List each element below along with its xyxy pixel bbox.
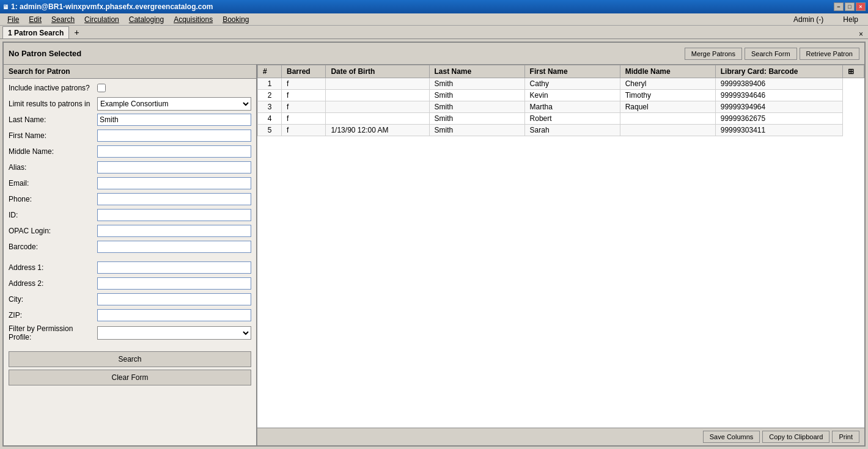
form-row-id: ID: xyxy=(9,208,251,222)
patron-status: No Patron Selected xyxy=(9,49,81,58)
copy-clipboard-button[interactable]: Copy to Clipboard xyxy=(762,431,829,443)
label-alias: Alias: xyxy=(9,163,97,172)
table-row[interactable]: 4 f Smith Robert 99999362675 xyxy=(258,113,864,125)
results-panel: # Barred Date of Birth Last Name First N… xyxy=(257,65,864,445)
menu-search[interactable]: Search xyxy=(46,14,79,25)
maximize-button[interactable]: □ xyxy=(845,2,855,11)
col-header-dob: Date of Birth xyxy=(326,65,429,78)
app-icon: 🖥 xyxy=(2,4,9,10)
cell-lastname: Smith xyxy=(429,101,524,113)
clear-form-button[interactable]: Clear Form xyxy=(9,370,251,385)
form-row-phone: Phone: xyxy=(9,192,251,206)
form-row-barcode: Barcode: xyxy=(9,240,251,254)
cell-barcode: 99999303411 xyxy=(715,125,842,136)
print-button[interactable]: Print xyxy=(832,431,859,443)
menu-edit[interactable]: Edit xyxy=(24,14,46,25)
phone-input[interactable] xyxy=(97,193,251,205)
table-row[interactable]: 5 f 1/13/90 12:00 AM Smith Sarah 9999930… xyxy=(258,125,864,136)
cell-barcode: 99999362675 xyxy=(715,113,842,125)
results-footer: Save Columns Copy to Clipboard Print xyxy=(257,428,864,445)
menu-circulation[interactable]: Circulation xyxy=(79,14,124,25)
cell-barred: f xyxy=(282,113,326,125)
menu-admin[interactable]: Admin (-) xyxy=(789,14,828,25)
label-phone: Phone: xyxy=(9,195,97,203)
label-zip: ZIP: xyxy=(9,311,97,319)
tab-patron-search[interactable]: 1 Patron Search xyxy=(2,26,69,38)
menu-booking[interactable]: Booking xyxy=(218,14,254,25)
cell-middlename: Timothy xyxy=(620,90,715,101)
menu-cataloging[interactable]: Cataloging xyxy=(124,14,169,25)
cell-barred: f xyxy=(282,125,326,136)
cell-dob: 1/13/90 12:00 AM xyxy=(326,125,429,136)
alias-input[interactable] xyxy=(97,161,251,173)
patron-header: No Patron Selected Merge Patrons Search … xyxy=(4,43,864,65)
merge-patrons-button[interactable]: Merge Patrons xyxy=(685,48,742,60)
cell-lastname: Smith xyxy=(429,90,524,101)
col-header-barred: Barred xyxy=(282,65,326,78)
opac-login-input[interactable] xyxy=(97,225,251,237)
email-input[interactable] xyxy=(97,177,251,189)
form-row-inactive: Include inactive patrons? xyxy=(9,81,251,95)
label-middlename: Middle Name: xyxy=(9,147,97,156)
col-header-expand[interactable]: ⊞ xyxy=(842,65,864,78)
table-row[interactable]: 2 f Smith Kevin Timothy 99999394646 xyxy=(258,90,864,101)
id-input[interactable] xyxy=(97,209,251,221)
form-row-address1: Address 1: xyxy=(9,261,251,274)
menu-help[interactable]: Help xyxy=(838,14,863,25)
cell-middlename: Cheryl xyxy=(620,78,715,90)
cell-barred: f xyxy=(282,78,326,90)
cell-firstname: Martha xyxy=(524,101,620,113)
results-table-container[interactable]: # Barred Date of Birth Last Name First N… xyxy=(257,65,864,428)
address2-input[interactable] xyxy=(97,277,251,290)
table-row[interactable]: 3 f Smith Martha Raquel 99999394964 xyxy=(258,101,864,113)
form-row-alias: Alias: xyxy=(9,161,251,174)
title-bar-left: 🖥 1: admin@BR1-winxpvmfx.phasefx.evergre… xyxy=(2,2,213,11)
retrieve-patron-button[interactable]: Retrieve Patron xyxy=(800,48,859,60)
menu-right: Admin (-) Help xyxy=(789,14,866,25)
label-barcode: Barcode: xyxy=(9,243,97,251)
search-form-button[interactable]: Search Form xyxy=(745,48,797,60)
title-bar-controls: − □ × xyxy=(834,2,866,11)
form-row-address2: Address 2: xyxy=(9,277,251,290)
cell-firstname: Sarah xyxy=(524,125,620,136)
results-tbody: 1 f Smith Cathy Cheryl 99999389406 2 f S… xyxy=(258,78,864,136)
table-row[interactable]: 1 f Smith Cathy Cheryl 99999389406 xyxy=(258,78,864,90)
cell-barred: f xyxy=(282,90,326,101)
minimize-button[interactable]: − xyxy=(834,2,844,11)
form-row-zip: ZIP: xyxy=(9,308,251,322)
cell-lastname: Smith xyxy=(429,125,524,136)
col-header-firstname: First Name xyxy=(524,65,620,78)
menu-acquisitions[interactable]: Acquisitions xyxy=(169,14,218,25)
menu-file[interactable]: File xyxy=(2,14,24,25)
inactive-patrons-checkbox[interactable] xyxy=(97,84,106,92)
middle-name-input[interactable] xyxy=(97,145,251,158)
form-row-email: Email: xyxy=(9,177,251,190)
limit-results-select[interactable]: Example Consortium xyxy=(97,97,251,111)
last-name-input[interactable] xyxy=(97,114,251,126)
city-input[interactable] xyxy=(97,293,251,305)
tab-label: 1 Patron Search xyxy=(8,29,64,37)
save-columns-button[interactable]: Save Columns xyxy=(703,431,760,443)
tab-close-icon[interactable]: × xyxy=(859,30,866,38)
cell-firstname: Robert xyxy=(524,113,620,125)
first-name-input[interactable] xyxy=(97,130,251,142)
cell-num: 4 xyxy=(258,113,282,125)
cell-num: 2 xyxy=(258,90,282,101)
cell-firstname: Kevin xyxy=(524,90,620,101)
form-row-city: City: xyxy=(9,293,251,306)
permission-profile-select[interactable] xyxy=(97,326,251,340)
label-address2: Address 2: xyxy=(9,279,97,288)
col-header-middlename: Middle Name xyxy=(620,65,715,78)
col-header-num: # xyxy=(258,65,282,78)
close-button[interactable]: × xyxy=(856,2,866,11)
zip-input[interactable] xyxy=(97,309,251,321)
menu-bar: File Edit Search Circulation Cataloging … xyxy=(0,13,868,26)
barcode-input[interactable] xyxy=(97,241,251,253)
title-bar-text: 1: admin@BR1-winxpvmfx.phasefx.evergreen… xyxy=(11,2,213,11)
tab-add-button[interactable]: + xyxy=(70,26,83,38)
table-header-row: # Barred Date of Birth Last Name First N… xyxy=(258,65,864,78)
cell-middlename: Raquel xyxy=(620,101,715,113)
address1-input[interactable] xyxy=(97,261,251,274)
title-bar: 🖥 1: admin@BR1-winxpvmfx.phasefx.evergre… xyxy=(0,0,868,13)
search-button[interactable]: Search xyxy=(9,351,251,367)
